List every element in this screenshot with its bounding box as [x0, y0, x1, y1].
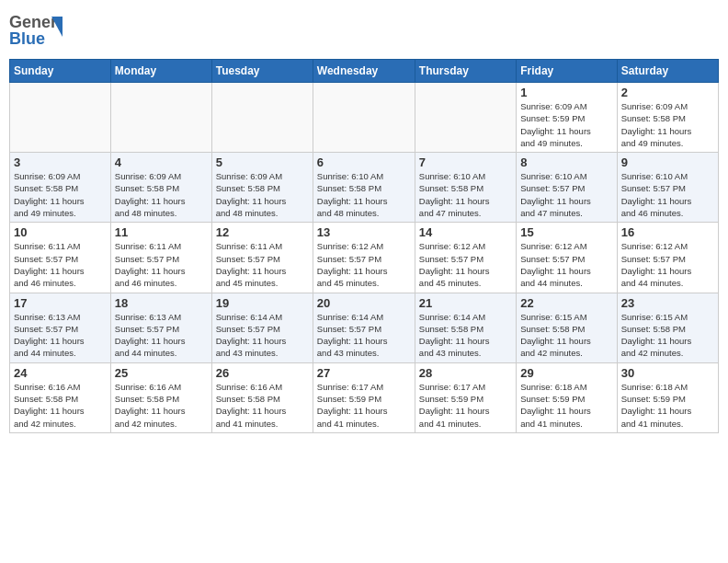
day-number: 11	[115, 225, 208, 239]
day-number: 24	[14, 366, 107, 380]
calendar-cell: 10Sunrise: 6:11 AM Sunset: 5:57 PM Dayli…	[10, 223, 111, 293]
day-number: 19	[216, 296, 309, 310]
day-info: Sunrise: 6:12 AM Sunset: 5:57 PM Dayligh…	[317, 240, 411, 289]
day-number: 27	[317, 366, 411, 380]
calendar-cell: 24Sunrise: 6:16 AM Sunset: 5:58 PM Dayli…	[10, 362, 111, 432]
day-info: Sunrise: 6:17 AM Sunset: 5:59 PM Dayligh…	[317, 381, 411, 430]
day-info: Sunrise: 6:14 AM Sunset: 5:57 PM Dayligh…	[317, 311, 411, 360]
calendar-cell	[415, 83, 516, 153]
logo-icon: General Blue	[9, 9, 63, 50]
calendar-cell: 16Sunrise: 6:12 AM Sunset: 5:57 PM Dayli…	[617, 223, 718, 293]
calendar-cell: 13Sunrise: 6:12 AM Sunset: 5:57 PM Dayli…	[313, 223, 415, 293]
calendar-cell: 28Sunrise: 6:17 AM Sunset: 5:59 PM Dayli…	[415, 362, 516, 432]
day-number: 21	[419, 296, 512, 310]
day-info: Sunrise: 6:10 AM Sunset: 5:58 PM Dayligh…	[419, 170, 512, 219]
day-number: 23	[621, 296, 714, 310]
day-number: 29	[520, 366, 612, 380]
day-info: Sunrise: 6:10 AM Sunset: 5:57 PM Dayligh…	[621, 170, 714, 219]
calendar-cell: 30Sunrise: 6:18 AM Sunset: 5:59 PM Dayli…	[617, 362, 718, 432]
day-number: 12	[216, 225, 309, 239]
day-header-saturday: Saturday	[617, 60, 718, 83]
day-number: 2	[621, 86, 714, 99]
day-info: Sunrise: 6:09 AM Sunset: 5:59 PM Dayligh…	[520, 100, 612, 149]
calendar-week-row: 3Sunrise: 6:09 AM Sunset: 5:58 PM Daylig…	[10, 153, 719, 223]
day-info: Sunrise: 6:12 AM Sunset: 5:57 PM Dayligh…	[419, 240, 512, 289]
day-number: 30	[621, 366, 714, 380]
calendar-week-row: 17Sunrise: 6:13 AM Sunset: 5:57 PM Dayli…	[10, 293, 719, 362]
calendar-table: SundayMondayTuesdayWednesdayThursdayFrid…	[9, 59, 719, 433]
calendar-cell: 25Sunrise: 6:16 AM Sunset: 5:58 PM Dayli…	[110, 362, 211, 432]
calendar-cell: 20Sunrise: 6:14 AM Sunset: 5:57 PM Dayli…	[313, 293, 415, 362]
day-info: Sunrise: 6:11 AM Sunset: 5:57 PM Dayligh…	[216, 240, 309, 289]
day-number: 5	[216, 155, 309, 169]
day-number: 6	[317, 155, 411, 169]
day-number: 16	[621, 225, 714, 239]
day-info: Sunrise: 6:11 AM Sunset: 5:57 PM Dayligh…	[115, 240, 208, 289]
day-info: Sunrise: 6:14 AM Sunset: 5:58 PM Dayligh…	[419, 311, 512, 360]
calendar-week-row: 10Sunrise: 6:11 AM Sunset: 5:57 PM Dayli…	[10, 223, 719, 293]
day-number: 18	[115, 296, 208, 310]
logo: General Blue	[9, 9, 63, 53]
calendar-cell: 2Sunrise: 6:09 AM Sunset: 5:58 PM Daylig…	[617, 83, 718, 153]
calendar-cell: 11Sunrise: 6:11 AM Sunset: 5:57 PM Dayli…	[110, 223, 211, 293]
calendar-week-row: 24Sunrise: 6:16 AM Sunset: 5:58 PM Dayli…	[10, 362, 719, 432]
calendar-cell: 27Sunrise: 6:17 AM Sunset: 5:59 PM Dayli…	[313, 362, 415, 432]
day-number: 20	[317, 296, 411, 310]
calendar-cell: 14Sunrise: 6:12 AM Sunset: 5:57 PM Dayli…	[415, 223, 516, 293]
calendar-cell	[313, 83, 415, 153]
calendar-cell: 15Sunrise: 6:12 AM Sunset: 5:57 PM Dayli…	[517, 223, 617, 293]
calendar-cell: 26Sunrise: 6:16 AM Sunset: 5:58 PM Dayli…	[211, 362, 313, 432]
calendar-cell: 29Sunrise: 6:18 AM Sunset: 5:59 PM Dayli…	[517, 362, 617, 432]
day-number: 25	[115, 366, 208, 380]
day-number: 7	[419, 155, 512, 169]
day-info: Sunrise: 6:17 AM Sunset: 5:59 PM Dayligh…	[419, 381, 512, 430]
calendar-cell: 12Sunrise: 6:11 AM Sunset: 5:57 PM Dayli…	[211, 223, 313, 293]
calendar-cell: 7Sunrise: 6:10 AM Sunset: 5:58 PM Daylig…	[415, 153, 516, 223]
day-number: 26	[216, 366, 309, 380]
day-number: 10	[14, 225, 107, 239]
calendar-cell	[211, 83, 313, 153]
day-number: 8	[520, 155, 612, 169]
day-number: 4	[115, 155, 208, 169]
day-info: Sunrise: 6:18 AM Sunset: 5:59 PM Dayligh…	[520, 381, 612, 430]
day-number: 1	[520, 86, 612, 99]
day-info: Sunrise: 6:15 AM Sunset: 5:58 PM Dayligh…	[621, 311, 714, 360]
day-info: Sunrise: 6:09 AM Sunset: 5:58 PM Dayligh…	[14, 170, 107, 219]
day-header-sunday: Sunday	[10, 60, 111, 83]
day-header-tuesday: Tuesday	[211, 60, 313, 83]
day-info: Sunrise: 6:13 AM Sunset: 5:57 PM Dayligh…	[115, 311, 208, 360]
day-info: Sunrise: 6:10 AM Sunset: 5:58 PM Dayligh…	[317, 170, 411, 219]
day-info: Sunrise: 6:13 AM Sunset: 5:57 PM Dayligh…	[14, 311, 107, 360]
calendar-cell: 9Sunrise: 6:10 AM Sunset: 5:57 PM Daylig…	[617, 153, 718, 223]
day-info: Sunrise: 6:09 AM Sunset: 5:58 PM Dayligh…	[216, 170, 309, 219]
day-info: Sunrise: 6:12 AM Sunset: 5:57 PM Dayligh…	[520, 240, 612, 289]
day-info: Sunrise: 6:18 AM Sunset: 5:59 PM Dayligh…	[621, 381, 714, 430]
day-number: 3	[14, 155, 107, 169]
day-number: 28	[419, 366, 512, 380]
day-info: Sunrise: 6:12 AM Sunset: 5:57 PM Dayligh…	[621, 240, 714, 289]
calendar-cell: 4Sunrise: 6:09 AM Sunset: 5:58 PM Daylig…	[110, 153, 211, 223]
day-number: 9	[621, 155, 714, 169]
day-info: Sunrise: 6:10 AM Sunset: 5:57 PM Dayligh…	[520, 170, 612, 219]
calendar-cell: 22Sunrise: 6:15 AM Sunset: 5:58 PM Dayli…	[517, 293, 617, 362]
calendar-cell: 18Sunrise: 6:13 AM Sunset: 5:57 PM Dayli…	[110, 293, 211, 362]
page-header: General Blue	[9, 9, 719, 53]
day-header-wednesday: Wednesday	[313, 60, 415, 83]
calendar-cell: 5Sunrise: 6:09 AM Sunset: 5:58 PM Daylig…	[211, 153, 313, 223]
day-info: Sunrise: 6:11 AM Sunset: 5:57 PM Dayligh…	[14, 240, 107, 289]
calendar-cell: 23Sunrise: 6:15 AM Sunset: 5:58 PM Dayli…	[617, 293, 718, 362]
day-number: 17	[14, 296, 107, 310]
calendar-week-row: 1Sunrise: 6:09 AM Sunset: 5:59 PM Daylig…	[10, 83, 719, 153]
calendar-cell: 3Sunrise: 6:09 AM Sunset: 5:58 PM Daylig…	[10, 153, 111, 223]
day-info: Sunrise: 6:14 AM Sunset: 5:57 PM Dayligh…	[216, 311, 309, 360]
day-info: Sunrise: 6:09 AM Sunset: 5:58 PM Dayligh…	[115, 170, 208, 219]
calendar-cell: 17Sunrise: 6:13 AM Sunset: 5:57 PM Dayli…	[10, 293, 111, 362]
calendar-cell: 6Sunrise: 6:10 AM Sunset: 5:58 PM Daylig…	[313, 153, 415, 223]
day-info: Sunrise: 6:09 AM Sunset: 5:58 PM Dayligh…	[621, 100, 714, 149]
day-info: Sunrise: 6:15 AM Sunset: 5:58 PM Dayligh…	[520, 311, 612, 360]
calendar-cell: 19Sunrise: 6:14 AM Sunset: 5:57 PM Dayli…	[211, 293, 313, 362]
calendar-cell: 21Sunrise: 6:14 AM Sunset: 5:58 PM Dayli…	[415, 293, 516, 362]
day-number: 14	[419, 225, 512, 239]
calendar-cell: 8Sunrise: 6:10 AM Sunset: 5:57 PM Daylig…	[517, 153, 617, 223]
day-info: Sunrise: 6:16 AM Sunset: 5:58 PM Dayligh…	[14, 381, 107, 430]
